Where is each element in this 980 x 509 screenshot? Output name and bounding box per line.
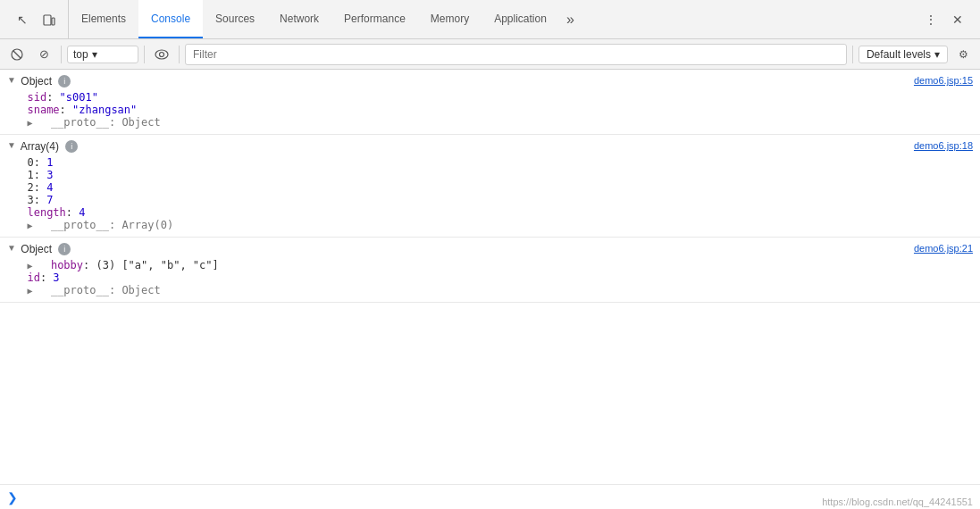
divider-1 xyxy=(61,46,62,63)
cursor-icon[interactable]: ↖ xyxy=(11,8,34,31)
more-options-icon[interactable]: ⋮ xyxy=(919,8,942,31)
close-devtools-icon[interactable]: ✕ xyxy=(946,8,969,31)
tab-application[interactable]: Application xyxy=(482,0,559,38)
entry-2-left: Array(4) i xyxy=(7,140,907,153)
svg-rect-1 xyxy=(52,18,54,25)
divider-4 xyxy=(852,46,853,63)
entry-1-type: Object xyxy=(18,75,54,88)
entry-2-prop-1: 1: 3 xyxy=(14,169,973,181)
devtools-icons: ↖ xyxy=(4,0,69,38)
log-level-selector[interactable]: Default levels ▾ xyxy=(859,46,948,63)
entry-1-prop-sid: sid: "s001" xyxy=(14,91,973,104)
level-chevron-icon: ▾ xyxy=(934,48,940,61)
entry-1-proto-toggle[interactable] xyxy=(27,118,38,128)
svg-line-3 xyxy=(13,51,21,58)
tab-bar-right-icons: ⋮ ✕ xyxy=(912,8,976,31)
entry-2-proto-toggle[interactable] xyxy=(27,221,38,230)
entry-3-proto: __proto__: Object xyxy=(14,284,973,296)
divider-2 xyxy=(144,46,145,63)
console-entry-2: Array(4) i demo6.jsp:18 0: 1 1: 3 2: 4 3… xyxy=(0,135,980,238)
console-toolbar: ⊘ top ▾ Default levels ▾ ⚙ xyxy=(0,39,980,70)
entry-3-type: Object xyxy=(18,243,54,255)
entry-1-prop-sname: sname: "zhangsan" xyxy=(14,104,973,116)
entry-3-left: Object i xyxy=(7,243,907,255)
divider-3 xyxy=(179,46,180,63)
entry-3-prop-hobby: hobby: (3) ["a", "b", "c"] xyxy=(14,259,973,271)
tab-elements[interactable]: Elements xyxy=(69,0,138,38)
entry-3-content: hobby: (3) ["a", "b", "c"] id: 3 __proto… xyxy=(0,257,980,298)
entry-1-proto: __proto__: Object xyxy=(14,116,973,129)
entry-3-file-link[interactable]: demo6.jsp:21 xyxy=(914,243,973,254)
console-settings-icon[interactable]: ⚙ xyxy=(951,43,975,66)
entry-2-prop-length: length: 4 xyxy=(14,206,973,219)
entry-1-toggle[interactable] xyxy=(7,75,18,85)
tab-console[interactable]: Console xyxy=(138,0,203,38)
tabs-container: Elements Console Sources Network Perform… xyxy=(69,0,912,38)
svg-point-5 xyxy=(160,52,164,56)
entry-3-header: Object i demo6.jsp:21 xyxy=(0,241,980,257)
entry-1-left: Object i xyxy=(7,75,907,88)
entry-3-proto-toggle[interactable] xyxy=(27,286,38,296)
tab-sources[interactable]: Sources xyxy=(203,0,267,38)
context-chevron-icon: ▾ xyxy=(92,48,97,61)
entry-2-content: 0: 1 1: 3 2: 4 3: 7 length: 4 __proto__:… xyxy=(0,154,980,233)
more-tabs-button[interactable]: » xyxy=(559,0,582,38)
eye-icon[interactable] xyxy=(150,43,173,66)
block-icon[interactable]: ⊘ xyxy=(32,43,55,66)
device-icon[interactable] xyxy=(38,8,61,31)
entry-2-toggle[interactable] xyxy=(7,140,18,150)
entry-2-file-link[interactable]: demo6.jsp:18 xyxy=(914,140,973,151)
entry-3-hobby-toggle[interactable] xyxy=(27,261,38,271)
entry-2-type: Array(4) xyxy=(18,140,62,153)
context-selector[interactable]: top ▾ xyxy=(67,46,138,63)
tab-bar: ↖ Elements Console Sources Network Perfo… xyxy=(0,0,980,39)
entry-1-header: Object i demo6.jsp:15 xyxy=(0,73,980,89)
filter-input[interactable] xyxy=(185,44,847,65)
entry-2-prop-3: 3: 7 xyxy=(14,194,973,206)
footer: https://blog.csdn.net/qq_44241551 xyxy=(815,495,980,509)
entry-2-prop-0: 0: 1 xyxy=(14,156,973,169)
svg-rect-0 xyxy=(44,15,51,25)
entry-3-prop-id: id: 3 xyxy=(14,271,973,284)
console-entry-1: Object i demo6.jsp:15 sid: "s001" sname:… xyxy=(0,70,980,135)
console-entry-3: Object i demo6.jsp:21 hobby: (3) ["a", "… xyxy=(0,238,980,303)
entry-2-prop-2: 2: 4 xyxy=(14,181,973,194)
entry-1-file-link[interactable]: demo6.jsp:15 xyxy=(914,75,973,86)
entry-1-content: sid: "s001" sname: "zhangsan" __proto__:… xyxy=(0,89,980,130)
tab-network[interactable]: Network xyxy=(267,0,331,38)
entry-3-toggle[interactable] xyxy=(7,243,18,253)
entry-2-header: Array(4) i demo6.jsp:18 xyxy=(0,138,980,154)
tab-performance[interactable]: Performance xyxy=(331,0,418,38)
entry-1-info-icon[interactable]: i xyxy=(58,75,71,88)
clear-console-icon[interactable] xyxy=(5,43,29,66)
entry-2-info-icon[interactable]: i xyxy=(65,140,78,153)
svg-point-4 xyxy=(155,50,168,59)
console-output: Object i demo6.jsp:15 sid: "s001" sname:… xyxy=(0,70,980,484)
tab-memory[interactable]: Memory xyxy=(418,0,482,38)
entry-2-proto: __proto__: Array(0) xyxy=(14,219,973,231)
prompt-icon: ❯ xyxy=(7,490,18,505)
entry-3-info-icon[interactable]: i xyxy=(58,243,71,255)
